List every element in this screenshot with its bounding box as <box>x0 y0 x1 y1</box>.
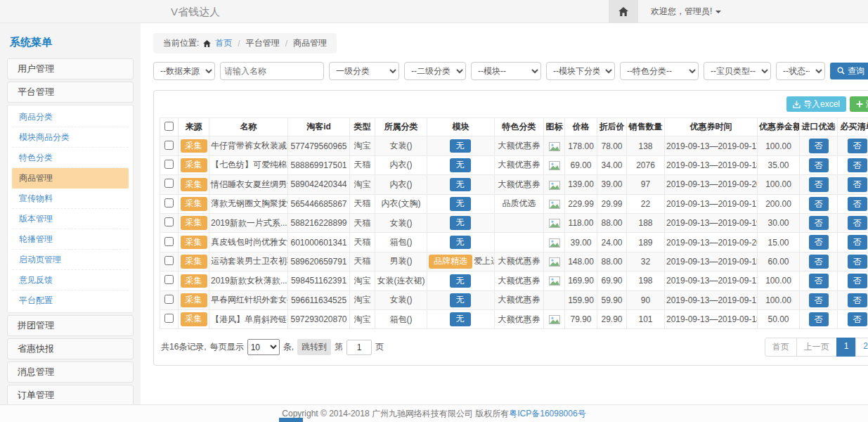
coupon-amount: 100.00 <box>758 290 800 309</box>
column-header: 淘客id <box>288 118 350 136</box>
product-name: 真皮钱包时尚优雅女士... <box>209 233 288 252</box>
table-row: 采集 真皮钱包时尚优雅女士... 601000601341 天猫 箱包() 无 … <box>160 233 868 252</box>
page-number-input[interactable] <box>346 340 372 355</box>
filter-item-type[interactable]: --宝贝类型-- <box>704 62 771 80</box>
sidebar-subitem[interactable]: 模块商品分类 <box>12 127 129 148</box>
icp-link[interactable]: 粤ICP备16098006号 <box>509 409 585 418</box>
must-buy-toggle[interactable]: 否 <box>848 177 867 191</box>
must-buy-toggle[interactable]: 否 <box>848 139 867 153</box>
filter-feature-category[interactable]: --特色分类-- <box>620 62 699 80</box>
import-select-toggle[interactable]: 否 <box>809 255 829 269</box>
row-checkbox[interactable] <box>164 179 174 188</box>
row-checkbox[interactable] <box>164 275 174 284</box>
add-button[interactable]: 添加 <box>850 96 868 112</box>
page-button[interactable]: 2 <box>855 338 868 357</box>
filter-status[interactable]: --状态-- <box>776 62 825 80</box>
search-button[interactable]: 查询 <box>830 63 868 79</box>
sidebar-subitem[interactable]: 宣传物料 <box>12 188 129 209</box>
product-category: 女装() <box>375 213 427 232</box>
sidebar-subitem[interactable]: 平台配置 <box>12 290 129 311</box>
filter-module[interactable]: --模块-- <box>471 62 541 80</box>
import-select-toggle[interactable]: 否 <box>809 158 829 172</box>
coupon-amount: 35.00 <box>758 155 800 174</box>
must-buy-toggle[interactable]: 否 <box>848 293 867 307</box>
page-button[interactable]: 上一页 <box>796 338 837 357</box>
must-buy-toggle[interactable]: 否 <box>848 216 867 230</box>
module-badge: 无 <box>450 158 471 172</box>
import-select-toggle[interactable]: 否 <box>809 139 829 153</box>
sidebar-group[interactable]: 订单管理 <box>7 385 134 404</box>
user-menu[interactable]: 欢迎您，管理员! <box>651 6 721 18</box>
must-buy-toggle[interactable]: 否 <box>848 197 867 211</box>
sales-count: 138 <box>627 136 665 155</box>
sidebar-subitem[interactable]: 启动页管理 <box>12 250 129 270</box>
filter-data-source[interactable]: --数据来源-- <box>153 62 215 80</box>
feature-category <box>495 213 544 232</box>
page-button[interactable]: 首页 <box>765 338 797 357</box>
platform-submenu: 商品分类模块商品分类特色分类商品管理宣传物料版本管理轮播管理启动页管理意见反馈平… <box>7 105 134 313</box>
icon-cell <box>544 252 565 271</box>
product-name: 早春网红针织外套女春... <box>209 290 288 309</box>
taoke-id: 577479560965 <box>288 136 350 155</box>
source-badge: 采集 <box>181 139 207 153</box>
sidebar-group[interactable]: 省惠快报 <box>7 338 134 359</box>
import-select-toggle[interactable]: 否 <box>809 235 829 249</box>
module-cell: 无 <box>427 194 495 213</box>
name-search-input[interactable] <box>220 62 324 80</box>
sidebar-subitem[interactable]: 轮播管理 <box>12 229 129 250</box>
row-checkbox[interactable] <box>164 217 174 226</box>
coupon-time: 2019-09-13—2019-09-20 <box>665 175 758 194</box>
sidebar-subitem[interactable]: 商品管理 <box>12 168 129 188</box>
module-cell: 无 <box>427 136 495 155</box>
import-select-toggle[interactable]: 否 <box>809 177 829 191</box>
import-select-toggle[interactable]: 否 <box>809 293 829 307</box>
row-checkbox[interactable] <box>164 314 174 323</box>
sidebar-subitem[interactable]: 意见反馈 <box>12 270 129 290</box>
sidebar-subitem[interactable]: 商品分类 <box>12 107 129 127</box>
import-excel-button[interactable]: 导入excel <box>786 96 846 112</box>
filter-module-subcategory[interactable]: --模块下分类-- <box>546 62 615 80</box>
feature-category: 大额优惠券 <box>495 309 544 328</box>
must-buy-toggle[interactable]: 否 <box>848 255 867 269</box>
column-header: 所属分类 <box>375 118 427 136</box>
row-checkbox[interactable] <box>164 256 174 265</box>
row-checkbox[interactable] <box>164 141 174 150</box>
import-select-toggle[interactable]: 否 <box>809 312 829 326</box>
row-checkbox[interactable] <box>164 198 174 207</box>
sidebar-group[interactable]: 拼团管理 <box>7 315 134 336</box>
filter-level2-category[interactable]: --二级分类-- <box>404 62 466 80</box>
feature-category: 大额优惠券 <box>495 271 544 290</box>
partial-element <box>279 418 303 422</box>
must-buy-toggle[interactable]: 否 <box>848 235 867 249</box>
must-buy-toggle[interactable]: 否 <box>848 274 867 288</box>
sidebar-subitem[interactable]: 特色分类 <box>12 148 129 168</box>
breadcrumb-home-link[interactable]: 首页 <box>215 37 232 49</box>
row-checkbox[interactable] <box>164 160 174 169</box>
product-type: 天猫 <box>350 155 375 174</box>
sidebar-group[interactable]: 消息管理 <box>7 362 134 383</box>
jump-button[interactable]: 跳转到 <box>297 339 331 355</box>
import-select-toggle[interactable]: 否 <box>809 197 829 211</box>
filter-level1-category[interactable]: 一级分类 <box>329 62 399 80</box>
sidebar-item-platform-management[interactable]: 平台管理 <box>7 82 134 103</box>
import-select-toggle[interactable]: 否 <box>809 216 829 230</box>
filter-bar: --数据来源-- 一级分类 --二级分类-- --模块-- --模块下分类-- … <box>153 62 868 80</box>
module-cell: 无 <box>427 213 495 232</box>
import-select-toggle[interactable]: 否 <box>809 274 829 288</box>
must-buy-toggle[interactable]: 否 <box>848 158 867 172</box>
page-button[interactable]: 1 <box>836 338 857 357</box>
table-row: 采集 情侣睡衣女夏丝绸男士... 589042420344 淘宝 内衣() 无 … <box>160 175 868 194</box>
icon-cell <box>544 175 565 194</box>
column-header: 类型 <box>350 118 375 136</box>
home-button[interactable] <box>609 0 638 23</box>
source-badge: 采集 <box>181 216 207 230</box>
row-checkbox[interactable] <box>164 237 174 246</box>
must-buy-toggle[interactable]: 否 <box>848 312 867 326</box>
row-checkbox[interactable] <box>164 295 174 304</box>
sidebar-item-user-management[interactable]: 用户管理 <box>7 58 134 79</box>
per-page-select[interactable]: 10 <box>247 339 280 355</box>
select-all-checkbox[interactable] <box>164 122 174 131</box>
product-category: 内衣() <box>375 175 427 194</box>
breadcrumb-item-goods: 商品管理 <box>293 37 327 49</box>
sidebar-subitem[interactable]: 版本管理 <box>12 209 129 229</box>
